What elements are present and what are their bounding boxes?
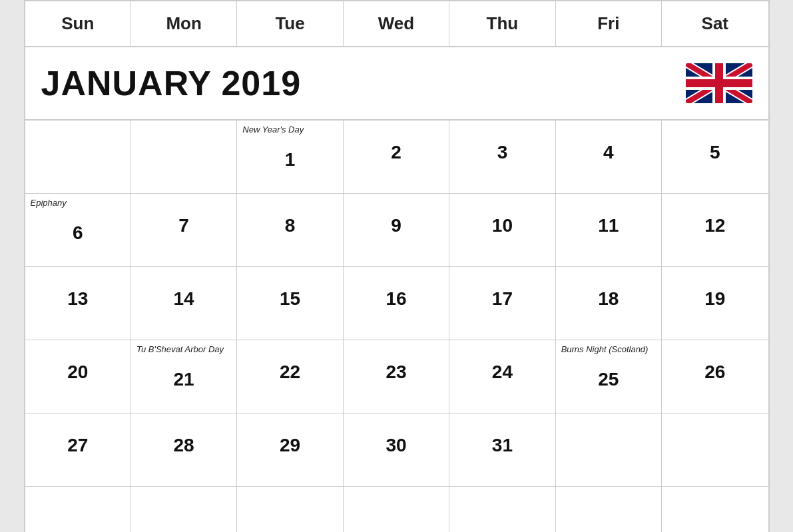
day-header-tue: Tue: [237, 1, 343, 46]
cal-cell: 22: [237, 340, 343, 413]
cal-cell: 14: [131, 267, 237, 340]
cal-cell: 17: [449, 267, 555, 340]
cal-cell: 2: [344, 121, 449, 194]
cell-holiday: Epiphany: [31, 198, 125, 209]
cal-cell: [25, 487, 131, 532]
cell-date: 23: [349, 362, 443, 383]
month-title-row: JANUARY 2019: [25, 47, 768, 121]
cell-date: 2: [349, 142, 443, 163]
cal-cell: [131, 487, 237, 532]
cal-cell: [237, 487, 343, 532]
cal-cell: New Year's Day1: [237, 121, 343, 194]
cell-date: 5: [667, 142, 762, 163]
cell-date: 24: [455, 362, 549, 383]
cal-cell: [131, 121, 237, 194]
uk-flag-icon: [686, 63, 752, 103]
cell-holiday: Burns Night (Scotland): [561, 344, 656, 356]
day-header-mon: Mon: [131, 1, 237, 46]
cal-cell: Epiphany6: [25, 194, 131, 267]
cal-cell: [449, 487, 555, 532]
cell-date: 29: [242, 435, 337, 456]
day-header-sun: Sun: [25, 1, 131, 46]
cell-date: 9: [349, 215, 443, 236]
cell-date: 14: [136, 288, 231, 310]
cal-cell: 29: [237, 413, 343, 487]
cal-cell: 13: [25, 267, 131, 340]
cal-cell: [25, 121, 131, 194]
cal-cell: 9: [344, 194, 449, 267]
cal-cell: [662, 413, 768, 487]
cal-cell: 20: [25, 340, 131, 413]
cell-date: 6: [31, 222, 125, 244]
cell-date: 17: [455, 288, 549, 310]
cal-cell: 12: [662, 194, 768, 267]
cal-cell: 23: [344, 340, 449, 413]
cell-holiday: Tu B'Shevat Arbor Day: [136, 344, 231, 356]
cal-cell: 24: [449, 340, 555, 413]
calendar-grid: New Year's Day12345Epiphany6789101112131…: [25, 121, 768, 532]
cell-date: 31: [455, 435, 549, 456]
cell-date: 20: [31, 362, 125, 383]
cell-date: 12: [667, 215, 762, 236]
month-title: JANUARY 2019: [41, 63, 302, 103]
cal-cell: 18: [556, 267, 662, 340]
cell-date: 18: [561, 288, 656, 310]
cell-date: 8: [242, 215, 337, 236]
cal-cell: 8: [237, 194, 343, 267]
cal-cell: 16: [344, 267, 449, 340]
cell-date: 16: [349, 288, 443, 310]
cal-cell: 4: [556, 121, 662, 194]
cell-date: 28: [136, 435, 231, 456]
cell-date: 25: [561, 369, 656, 390]
day-header-sat: Sat: [662, 1, 768, 46]
cal-cell: [662, 487, 768, 532]
day-header-thu: Thu: [449, 1, 555, 46]
cal-cell: [556, 487, 662, 532]
cell-date: 21: [136, 369, 231, 390]
cell-date: 27: [31, 435, 125, 456]
cal-cell: 30: [344, 413, 449, 487]
cal-cell: 11: [556, 194, 662, 267]
cell-date: 30: [349, 435, 443, 456]
cal-cell: 31: [449, 413, 555, 487]
cell-date: 3: [455, 142, 549, 163]
cell-date: 22: [242, 362, 337, 383]
day-header-fri: Fri: [556, 1, 662, 46]
cal-cell: [344, 487, 449, 532]
cal-cell: 5: [662, 121, 768, 194]
day-headers-row: SunMonTueWedThuFriSat: [25, 1, 768, 47]
cal-cell: [556, 413, 662, 487]
cal-cell: Burns Night (Scotland)25: [556, 340, 662, 413]
cell-date: 15: [242, 288, 337, 310]
cal-cell: 3: [449, 121, 555, 194]
cal-cell: 7: [131, 194, 237, 267]
cell-date: 10: [455, 215, 549, 236]
cal-cell: 28: [131, 413, 237, 487]
cal-cell: Tu B'Shevat Arbor Day21: [131, 340, 237, 413]
day-header-wed: Wed: [344, 1, 449, 46]
cell-date: 26: [667, 362, 762, 383]
calendar: SunMonTueWedThuFriSat JANUARY 2019: [24, 0, 770, 532]
cell-holiday: New Year's Day: [242, 125, 337, 136]
cal-cell: 27: [25, 413, 131, 487]
cal-cell: 15: [237, 267, 343, 340]
cell-date: 7: [136, 215, 231, 236]
cal-cell: 10: [449, 194, 555, 267]
cell-date: 1: [242, 149, 337, 170]
cell-date: 19: [667, 288, 762, 310]
cell-date: 13: [31, 288, 125, 310]
cal-cell: 19: [662, 267, 768, 340]
cell-date: 11: [561, 215, 656, 236]
cell-date: 4: [561, 142, 656, 163]
svg-rect-8: [686, 79, 752, 87]
cal-cell: 26: [662, 340, 768, 413]
